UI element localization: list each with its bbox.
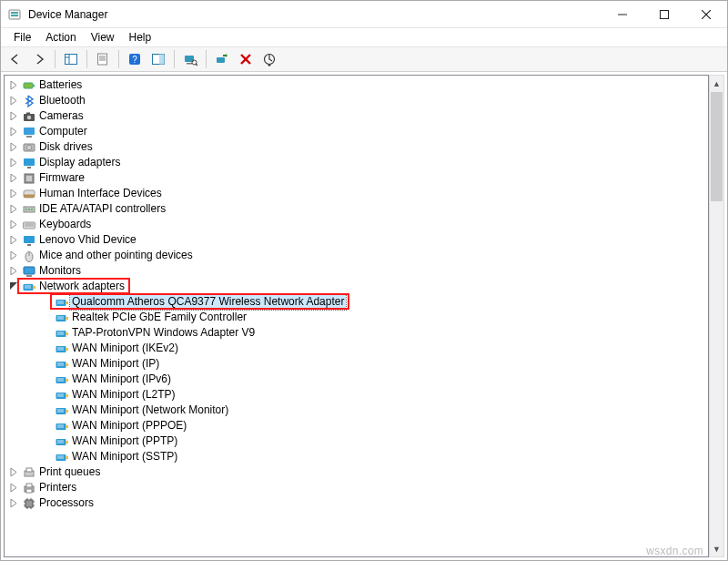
tree-item-label: TAP-ProtonVPN Windows Adapter V9 [70,325,257,341]
tree-category[interactable]: Human Interface Devices [5,186,708,201]
tree-item[interactable]: WAN Miniport (PPPOE) [5,418,708,434]
mouse-icon [21,249,37,263]
tree-item[interactable]: WAN Miniport (IKEv2) [5,341,708,356]
chevron-right-icon [39,295,54,310]
svg-rect-8 [66,55,77,65]
tree-item-label: Print queues [37,464,102,480]
uninstall-device-button[interactable] [235,48,257,70]
menu-help[interactable]: Help [122,29,159,46]
tree-category[interactable]: Printers [5,480,708,495]
tree-item-label: Monitors [37,263,83,279]
tree-category[interactable]: Processors [5,495,708,511]
tree-category[interactable]: Mice and other pointing devices [5,248,708,263]
tree-category[interactable]: Computer [5,124,708,139]
chevron-right-icon [6,218,21,232]
device-tree[interactable]: BatteriesBluetoothCamerasComputerDisk dr… [5,76,708,513]
svg-rect-38 [27,167,31,168]
menu-action[interactable]: Action [38,29,83,46]
tree-item-label: Cameras [37,108,86,124]
update-driver-button[interactable] [258,48,280,70]
svg-rect-69 [66,332,68,335]
netcard-icon [54,388,70,403]
tree-item-label: Human Interface Devices [37,186,164,201]
chevron-right-icon [6,171,21,186]
tree-category[interactable]: IDE ATA/ATAPI controllers [5,201,708,217]
menu-file[interactable]: File [6,29,38,46]
forward-button[interactable] [28,48,50,70]
netcard-icon [54,295,70,310]
tree-item-label: WAN Miniport (IPv6) [70,372,173,387]
chevron-right-icon [6,109,21,124]
back-button[interactable] [5,48,26,70]
minimize-button[interactable] [602,1,643,28]
maximize-button[interactable] [643,1,685,28]
vertical-scrollbar[interactable]: ▲ ▼ [709,75,724,557]
svg-rect-40 [26,176,32,181]
svg-rect-84 [56,393,66,399]
tree-item-label: Lenovo Vhid Device [37,232,138,248]
tree-item-label: Printers [37,480,78,495]
svg-rect-42 [24,194,35,198]
tree-item-label: Network adapters [37,279,126,294]
chevron-right-icon [6,156,21,170]
tree-item-label: Display adapters [37,155,122,170]
tree-category[interactable]: Keyboards [5,217,708,232]
toolbar-separator [174,50,175,68]
scroll-down-button[interactable]: ▼ [710,541,723,556]
tree-item[interactable]: WAN Miniport (IPv6) [5,372,708,387]
chevron-right-icon [6,496,21,511]
chevron-right-icon [39,311,54,325]
tree-category[interactable]: Network adapters [5,279,708,294]
tree-item[interactable]: WAN Miniport (Network Monitor) [5,403,708,418]
chevron-right-icon [39,419,54,434]
svg-rect-93 [66,425,68,428]
svg-rect-55 [26,275,32,277]
chevron-right-icon [6,481,21,495]
show-hide-console-button[interactable] [60,48,82,70]
tree-category[interactable]: Disk drives [5,139,708,155]
chevron-right-icon [6,233,21,248]
tree-item-label: WAN Miniport (PPTP) [70,434,179,449]
tree-item[interactable]: TAP-ProtonVPN Windows Adapter V9 [5,325,708,341]
tree-item[interactable]: WAN Miniport (PPTP) [5,434,708,449]
tree-category[interactable]: Monitors [5,263,708,279]
chevron-right-icon [39,357,54,372]
netcard-icon [54,357,70,372]
svg-rect-108 [26,489,32,493]
chevron-right-icon [6,94,21,108]
close-button[interactable] [685,1,727,28]
tree-category[interactable]: Cameras [5,108,708,124]
tree-item[interactable]: WAN Miniport (SSTP) [5,449,708,464]
menu-view[interactable]: View [84,29,122,46]
tree-item[interactable]: WAN Miniport (IP) [5,356,708,372]
svg-rect-50 [24,236,35,243]
tree-category[interactable]: Display adapters [5,155,708,170]
svg-point-44 [25,209,27,210]
tree-item[interactable]: Qualcomm Atheros QCA9377 Wireless Networ… [5,294,708,310]
help-button[interactable]: ? [124,48,146,70]
tree-item[interactable]: WAN Miniport (L2TP) [5,387,708,403]
properties-button[interactable] [92,48,114,70]
monitor-icon [21,264,37,279]
scroll-up-button[interactable]: ▲ [710,76,723,91]
bluetooth-icon [21,94,37,108]
action-pane-button[interactable] [147,48,169,70]
netcard-icon [54,403,70,418]
printq-icon [21,465,37,480]
tree-category[interactable]: Bluetooth [5,93,708,108]
tree-category[interactable]: Print queues [5,464,708,480]
tree-item[interactable]: Realtek PCIe GbE Family Controller [5,310,708,325]
tree-category[interactable]: Lenovo Vhid Device [5,232,708,248]
chevron-down-icon[interactable] [6,280,21,294]
svg-point-30 [27,115,31,118]
tree-category[interactable]: Batteries [5,77,708,93]
add-legacy-hardware-button[interactable] [211,48,233,70]
svg-rect-33 [26,136,32,138]
svg-point-36 [28,147,29,148]
tree-category[interactable]: Firmware [5,170,708,186]
svg-rect-37 [24,158,35,166]
netcard-icon [54,372,70,387]
scroll-thumb[interactable] [711,92,723,201]
menubar: File Action View Help [1,28,727,46]
scan-hardware-button[interactable] [179,48,201,70]
